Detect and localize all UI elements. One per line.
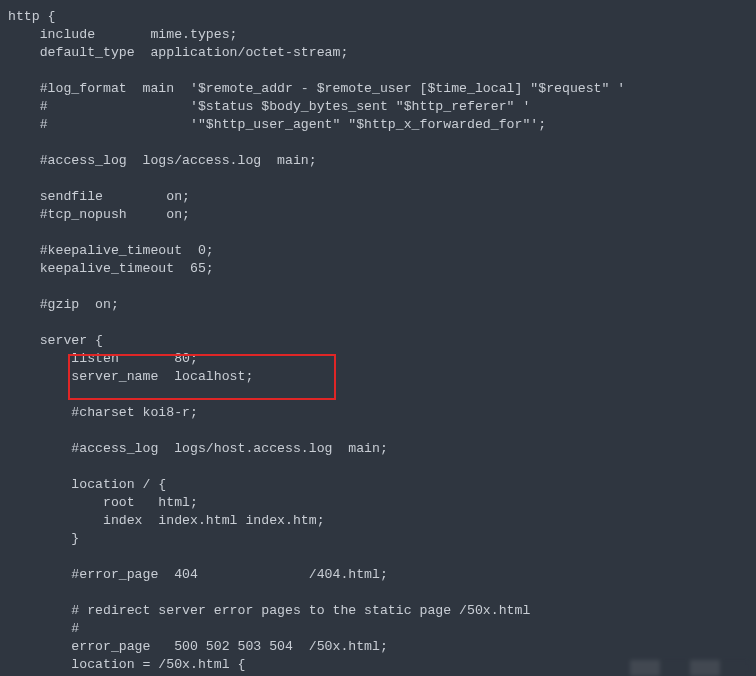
- code-line: #charset koi8-r;: [0, 404, 756, 422]
- code-line: [0, 134, 756, 152]
- code-line: [0, 422, 756, 440]
- code-line: sendfile on;: [0, 188, 756, 206]
- code-line: # '$status $body_bytes_sent "$http_refer…: [0, 98, 756, 116]
- image-artifact-smudge: [630, 660, 750, 676]
- code-line: #: [0, 620, 756, 638]
- code-line: [0, 224, 756, 242]
- code-line: #error_page 404 /404.html;: [0, 566, 756, 584]
- code-line: location / {: [0, 476, 756, 494]
- code-line: #access_log logs/host.access.log main;: [0, 440, 756, 458]
- code-line: [0, 548, 756, 566]
- nginx-config-code-block: http { include mime.types; default_type …: [0, 0, 756, 676]
- code-line: #tcp_nopush on;: [0, 206, 756, 224]
- code-line: [0, 386, 756, 404]
- code-line: [0, 458, 756, 476]
- code-line: include mime.types;: [0, 26, 756, 44]
- code-line: [0, 278, 756, 296]
- code-line: index index.html index.htm;: [0, 512, 756, 530]
- code-line: http {: [0, 8, 756, 26]
- code-line: }: [0, 530, 756, 548]
- code-line: [0, 170, 756, 188]
- code-line: #access_log logs/access.log main;: [0, 152, 756, 170]
- code-line: error_page 500 502 503 504 /50x.html;: [0, 638, 756, 656]
- code-line: listen 80;: [0, 350, 756, 368]
- code-line: [0, 314, 756, 332]
- code-line: # redirect server error pages to the sta…: [0, 602, 756, 620]
- code-line: # '"$http_user_agent" "$http_x_forwarded…: [0, 116, 756, 134]
- code-line: #log_format main '$remote_addr - $remote…: [0, 80, 756, 98]
- code-line: server_name localhost;: [0, 368, 756, 386]
- code-line: [0, 584, 756, 602]
- code-line: server {: [0, 332, 756, 350]
- code-line: #keepalive_timeout 0;: [0, 242, 756, 260]
- code-line: #gzip on;: [0, 296, 756, 314]
- code-line: default_type application/octet-stream;: [0, 44, 756, 62]
- code-line: root html;: [0, 494, 756, 512]
- code-line: keepalive_timeout 65;: [0, 260, 756, 278]
- code-line: [0, 62, 756, 80]
